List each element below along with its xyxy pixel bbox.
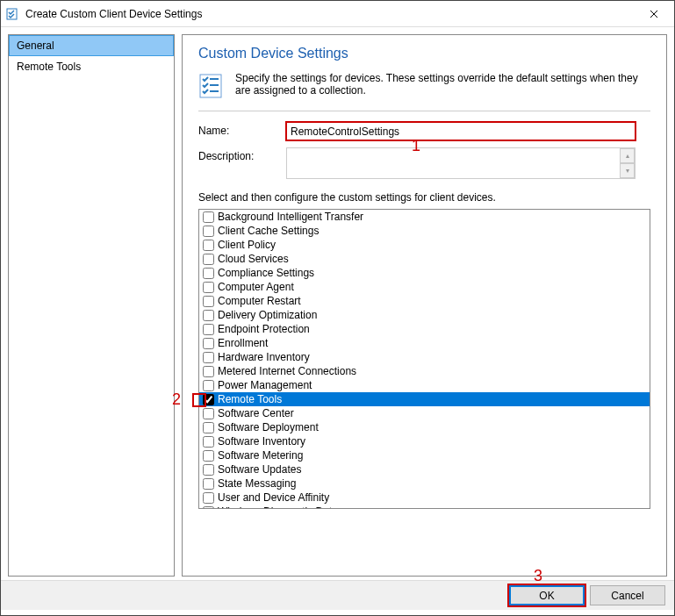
- setting-label: Computer Restart: [218, 295, 301, 307]
- setting-row[interactable]: Background Intelligent Transfer: [199, 210, 650, 224]
- setting-checkbox[interactable]: [203, 380, 214, 391]
- setting-checkbox[interactable]: [203, 226, 214, 237]
- setting-row[interactable]: Power Management: [199, 378, 650, 392]
- setting-row[interactable]: Cloud Services: [199, 252, 650, 266]
- setting-row[interactable]: Metered Internet Connections: [199, 364, 650, 378]
- setting-row[interactable]: Hardware Inventory: [199, 350, 650, 364]
- setting-checkbox[interactable]: [203, 436, 214, 448]
- close-button[interactable]: [634, 1, 674, 27]
- setting-row[interactable]: Computer Restart: [199, 294, 650, 308]
- sidebar-item-general[interactable]: General: [9, 35, 174, 56]
- setting-row[interactable]: Software Metering: [199, 448, 650, 462]
- app-icon: [6, 7, 20, 21]
- setting-label: Hardware Inventory: [218, 351, 310, 363]
- setting-checkbox[interactable]: [203, 282, 214, 293]
- setting-checkbox[interactable]: [203, 296, 214, 307]
- settings-list-icon: [198, 72, 226, 100]
- setting-checkbox[interactable]: [203, 478, 214, 490]
- setting-label: State Messaging: [218, 477, 296, 490]
- setting-checkbox[interactable]: [203, 352, 214, 363]
- setting-row[interactable]: Delivery Optimization: [199, 308, 650, 322]
- setting-row[interactable]: Windows Diagnostic Data: [199, 505, 650, 509]
- setting-row[interactable]: State Messaging: [199, 476, 650, 491]
- setting-label: Client Policy: [218, 239, 276, 251]
- setting-checkbox[interactable]: [203, 310, 214, 321]
- setting-label: Software Updates: [218, 463, 301, 476]
- setting-row[interactable]: User and Device Affinity: [199, 491, 650, 505]
- settings-checklist: Background Intelligent TransferClient Ca…: [198, 209, 650, 509]
- setting-row[interactable]: Client Policy: [199, 238, 650, 252]
- description-input[interactable]: ▴ ▾: [286, 147, 636, 179]
- description-label: Description:: [198, 147, 286, 162]
- setting-checkbox[interactable]: [203, 268, 214, 279]
- setting-checkbox[interactable]: [203, 254, 214, 265]
- setting-checkbox[interactable]: [203, 338, 214, 349]
- setting-label: Software Deployment: [218, 421, 319, 433]
- setting-checkbox[interactable]: [203, 464, 214, 476]
- svg-rect-0: [7, 9, 17, 19]
- name-input[interactable]: [286, 122, 636, 140]
- setting-row[interactable]: Client Cache Settings: [199, 224, 650, 238]
- setting-row[interactable]: Compliance Settings: [199, 266, 650, 280]
- setting-row[interactable]: Software Updates: [199, 462, 650, 476]
- setting-row[interactable]: Software Inventory: [199, 434, 650, 448]
- ok-button[interactable]: OK: [509, 585, 585, 605]
- setting-checkbox[interactable]: [203, 492, 214, 504]
- setting-row[interactable]: Remote Tools: [199, 392, 650, 406]
- setting-checkbox[interactable]: [203, 450, 214, 462]
- content-panel: Custom Device Settings Specify the setti…: [182, 34, 667, 577]
- setting-row[interactable]: Software Center: [199, 406, 650, 420]
- setting-checkbox[interactable]: [203, 240, 214, 251]
- setting-checkbox[interactable]: [203, 324, 214, 335]
- cancel-button[interactable]: Cancel: [590, 585, 665, 605]
- scroll-down-icon[interactable]: ▾: [620, 163, 635, 178]
- setting-checkbox[interactable]: [203, 211, 214, 223]
- intro-text: Specify the settings for devices. These …: [235, 72, 650, 100]
- setting-checkbox[interactable]: [203, 366, 214, 377]
- setting-checkbox[interactable]: [203, 422, 214, 433]
- setting-checkbox[interactable]: [203, 394, 214, 405]
- setting-label: Power Management: [218, 379, 312, 391]
- setting-label: Software Center: [218, 407, 294, 419]
- setting-label: Endpoint Protection: [218, 323, 310, 335]
- setting-label: Compliance Settings: [218, 267, 314, 279]
- setting-label: Client Cache Settings: [218, 225, 319, 237]
- setting-label: User and Device Affinity: [218, 491, 329, 504]
- window-title: Create Custom Client Device Settings: [25, 8, 634, 20]
- setting-label: Background Intelligent Transfer: [218, 211, 363, 223]
- setting-label: Remote Tools: [218, 393, 282, 405]
- scroll-up-icon[interactable]: ▴: [620, 148, 635, 163]
- settings-list-label: Select and then configure the custom set…: [198, 191, 650, 204]
- page-heading: Custom Device Settings: [198, 46, 650, 61]
- setting-label: Enrollment: [218, 337, 268, 349]
- setting-checkbox[interactable]: [203, 506, 214, 510]
- button-bar: OK Cancel: [1, 580, 674, 610]
- intro-row: Specify the settings for devices. These …: [198, 72, 650, 111]
- setting-label: Computer Agent: [218, 281, 294, 293]
- setting-row[interactable]: Computer Agent: [199, 280, 650, 294]
- sidebar-item-remote-tools[interactable]: Remote Tools: [9, 56, 174, 77]
- titlebar: Create Custom Client Device Settings: [1, 1, 674, 27]
- description-scroll[interactable]: ▴ ▾: [620, 148, 635, 178]
- setting-row[interactable]: Endpoint Protection: [199, 322, 650, 336]
- setting-label: Metered Internet Connections: [218, 365, 356, 377]
- setting-label: Windows Diagnostic Data: [218, 505, 338, 509]
- setting-checkbox[interactable]: [203, 408, 214, 419]
- setting-label: Software Metering: [218, 449, 303, 462]
- sidebar: GeneralRemote Tools: [8, 34, 175, 577]
- setting-label: Software Inventory: [218, 435, 305, 448]
- setting-row[interactable]: Software Deployment: [199, 420, 650, 434]
- setting-label: Delivery Optimization: [218, 309, 317, 321]
- setting-label: Cloud Services: [218, 253, 289, 265]
- name-label: Name:: [198, 122, 286, 137]
- setting-row[interactable]: Enrollment: [199, 336, 650, 350]
